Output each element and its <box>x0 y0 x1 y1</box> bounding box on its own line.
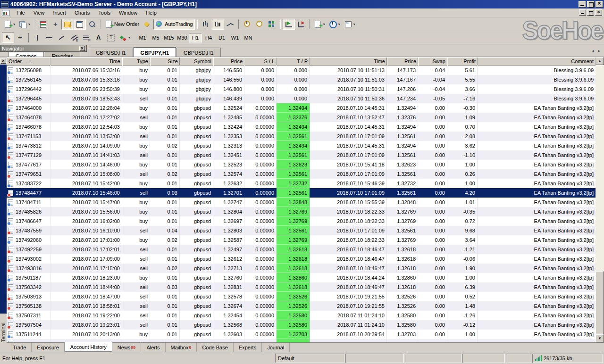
history-row[interactable]: 1375073112018.07.10 19:22:00sell0.01gbpu… <box>7 311 596 320</box>
history-row[interactable]: 1374930022018.07.10 17:09:00sell0.01gbpu… <box>7 254 596 264</box>
history-row[interactable]: 1374640782018.07.10 12:27:02sell0.01gbpu… <box>7 113 596 122</box>
history-row[interactable]: 1374858262018.07.10 15:56:00buy0.01gbpus… <box>7 207 596 216</box>
chart-tab-0[interactable]: GBPUSD,H1 <box>89 48 133 57</box>
history-row[interactable]: 1374837222018.07.10 15:42:00buy0.01gbpus… <box>7 179 596 188</box>
column-header-5[interactable]: Price <box>213 57 244 66</box>
menu-item-tools[interactable]: Tools <box>94 9 115 17</box>
navigator-close-icon[interactable]: × <box>79 46 85 51</box>
history-row[interactable]: 1374640002018.07.10 12:26:04buy0.01gbpus… <box>7 103 596 113</box>
timeframe-mn[interactable]: MN <box>242 33 255 42</box>
close-button[interactable] <box>596 1 603 8</box>
timeframe-m1[interactable]: M1 <box>136 33 149 42</box>
new-order-button[interactable]: New Order <box>103 19 141 30</box>
data-window-button[interactable] <box>49 19 61 30</box>
market-watch-button[interactable] <box>37 19 49 30</box>
timeframe-h4[interactable]: H4 <box>202 33 215 42</box>
history-row[interactable]: 1374920602018.07.10 17:01:00buy0.02gbpus… <box>7 235 596 245</box>
history-row[interactable]: 1374738122018.07.10 14:09:00buy0.02gbpus… <box>7 141 596 150</box>
column-header-2[interactable]: Type <box>122 57 150 66</box>
column-header-3[interactable]: Size <box>150 57 180 66</box>
chart-tab-1[interactable]: GBPJPY,H1 <box>134 47 176 57</box>
column-header-1[interactable]: Time <box>50 57 122 66</box>
menu-item-file[interactable]: File <box>12 9 29 17</box>
bottom-tab-code-base[interactable]: Code Base <box>197 343 233 352</box>
column-header-6[interactable]: S / L <box>244 57 277 66</box>
zoom-out-button[interactable] <box>253 19 266 30</box>
history-row[interactable]: 1372560982018.07.06 15:33:16buy0.01gbpjp… <box>7 66 596 75</box>
column-header-11[interactable]: Profit <box>447 57 478 66</box>
auto-scroll-button[interactable] <box>283 19 295 30</box>
new-chart-button[interactable]: ▾ <box>2 19 17 30</box>
zoom-in-button[interactable] <box>241 19 253 30</box>
timeframe-m15[interactable]: M15 <box>162 33 176 42</box>
history-row[interactable]: 1375039132018.07.10 18:47:00sell0.01gbpu… <box>7 292 596 301</box>
mdi-minimize-button[interactable] <box>579 9 586 16</box>
channel-tool-button[interactable] <box>68 32 80 43</box>
history-row[interactable]: 1374938162018.07.10 17:15:00sell0.02gbpu… <box>7 264 596 273</box>
column-header-8[interactable]: Time <box>310 57 387 66</box>
history-row[interactable]: 1372561452018.07.06 15:33:16buy0.01gbpjp… <box>7 75 596 84</box>
horizontal-line-tool-button[interactable] <box>43 32 56 43</box>
vertical-scrollbar[interactable]: ▲ ▼ <box>596 57 604 342</box>
column-header-9[interactable]: Price <box>387 57 418 66</box>
history-row[interactable]: 1375011872018.07.10 18:23:00buy0.01gbpus… <box>7 273 596 282</box>
timeframe-w1[interactable]: W1 <box>228 33 242 42</box>
bottom-tab-news[interactable]: News99 <box>112 343 142 352</box>
menu-item-insert[interactable]: Insert <box>49 9 70 17</box>
cursor-tool-button[interactable] <box>2 32 14 43</box>
navigator-caption[interactable]: Navigator × <box>0 45 87 52</box>
bottom-tab-account-history[interactable]: Account History <box>65 342 112 352</box>
bottom-tab-exposure[interactable]: Exposure <box>32 343 64 352</box>
timeframe-m30[interactable]: M30 <box>176 33 189 42</box>
vertical-line-tool-button[interactable] <box>31 32 43 43</box>
history-row[interactable]: 1375075042018.07.10 19:23:01sell0.01gbpu… <box>7 320 596 330</box>
history-row[interactable]: 1374711532018.07.10 13:53:00sell0.01gbpu… <box>7 132 596 141</box>
candlestick-chart-button[interactable] <box>212 19 224 30</box>
menu-item-window[interactable]: Window <box>115 9 142 17</box>
chart-shift-button[interactable] <box>295 19 307 30</box>
timeframe-m5[interactable]: M5 <box>149 33 162 42</box>
chart-document-icon[interactable] <box>2 10 9 16</box>
scroll-up-icon[interactable]: ▲ <box>596 57 604 65</box>
navigator-tab-common[interactable]: Common <box>8 52 44 57</box>
terminal-button[interactable] <box>74 19 86 30</box>
column-header-4[interactable]: Symbol <box>180 57 213 66</box>
navigator-tab-favorites[interactable]: Favorites <box>45 52 80 57</box>
history-row[interactable]: 1374847112018.07.10 15:47:00buy0.01gbpus… <box>7 198 596 207</box>
tab-scroll-left-icon[interactable]: ◂ <box>592 48 594 53</box>
tab-scroll-right-icon[interactable]: ▸ <box>598 48 600 53</box>
crosshair-tool-button[interactable] <box>14 32 26 43</box>
bottom-tab-experts[interactable]: Experts <box>234 343 262 352</box>
fibonacci-tool-button[interactable] <box>80 32 92 43</box>
maximize-button[interactable] <box>587 1 595 8</box>
line-chart-button[interactable] <box>224 19 236 30</box>
profiles-button[interactable]: ▾ <box>17 19 32 30</box>
history-row[interactable]: 1374922592018.07.10 17:02:01sell0.01gbpu… <box>7 245 596 254</box>
history-row[interactable]: buy <box>7 339 596 342</box>
history-row[interactable]: 1374776172018.07.10 14:46:00buy0.01gbpus… <box>7 160 596 169</box>
column-header-10[interactable]: Swap <box>418 57 447 66</box>
history-row[interactable]: 1375033422018.07.10 18:44:00sell0.03gbpu… <box>7 282 596 292</box>
bar-chart-button[interactable] <box>200 19 212 30</box>
column-header-0[interactable]: Order△ <box>7 57 50 66</box>
bottom-tab-journal[interactable]: Journal <box>262 343 290 352</box>
history-row[interactable]: 1374866472018.07.10 16:02:00buy0.01gbpus… <box>7 216 596 226</box>
strategy-tester-button[interactable] <box>86 19 98 30</box>
terminal-close-icon[interactable]: × <box>0 58 6 64</box>
metaeditor-button[interactable] <box>141 19 153 30</box>
timeframe-d1[interactable]: D1 <box>215 33 228 42</box>
column-header-7[interactable]: T / P <box>277 57 310 66</box>
bottom-tab-mailbox[interactable]: Mailbox6 <box>166 343 197 352</box>
history-row[interactable]: 1375051382018.07.10 18:58:01sell0.01gbpu… <box>7 301 596 311</box>
indicators-button[interactable]: ▾ <box>312 19 327 30</box>
shapes-tool-button[interactable]: ▾ <box>117 32 132 43</box>
mdi-close-button[interactable] <box>595 9 602 16</box>
history-row[interactable]: 1374660782018.07.10 12:54:03buy0.01gbpus… <box>7 122 596 132</box>
tile-windows-button[interactable] <box>266 19 278 30</box>
history-row[interactable]: 1372964452018.07.09 18:53:43sell0.01gbpj… <box>7 94 596 103</box>
menu-item-charts[interactable]: Charts <box>70 9 94 17</box>
menu-item-help[interactable]: Help <box>142 9 161 17</box>
timeframe-h1[interactable]: H1 <box>189 33 202 42</box>
label-tool-button[interactable] <box>105 32 117 43</box>
history-row[interactable]: 1374771292018.07.10 14:41:03sell0.01gbpu… <box>7 150 596 160</box>
